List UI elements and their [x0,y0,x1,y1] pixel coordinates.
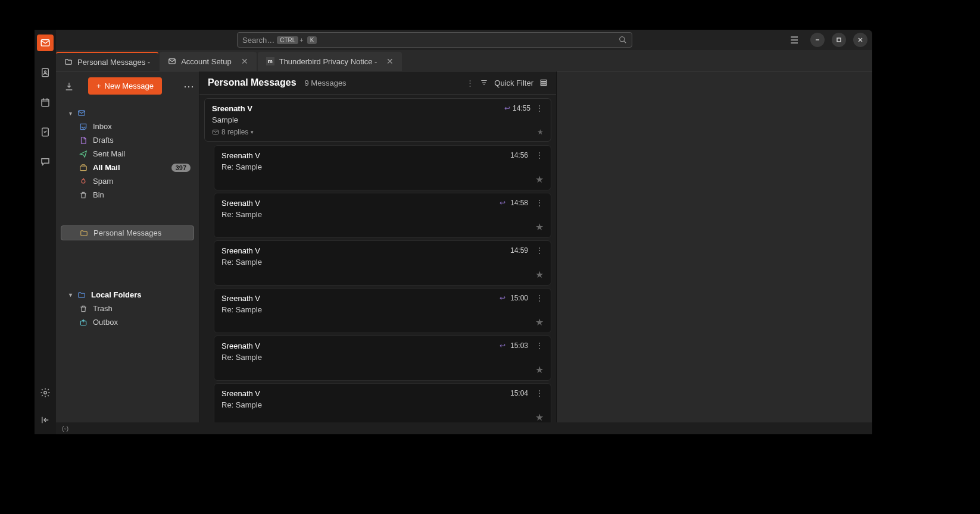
statusbar: (◦) [56,422,872,434]
chevron-down-icon: ▾ [69,292,72,298]
new-message-button[interactable]: + New Message [88,77,162,95]
tab-personal-messages[interactable]: Personal Messages - [56,52,158,71]
sidebar-item-spam[interactable]: Spam [61,174,194,188]
tree-label: Drafts [93,136,114,145]
unread-badge: 397 [171,164,191,172]
page-icon: m [266,57,274,65]
msg-more-icon[interactable]: ⋮ [535,151,544,160]
addressbook-space[interactable] [37,64,54,81]
star-icon[interactable]: ★ [535,174,544,185]
replied-icon: ↩ [504,104,510,112]
replies-count[interactable]: 8 replies [221,128,248,136]
minimize-button[interactable] [810,33,825,47]
quick-filter-icon[interactable] [480,79,488,87]
sidebar-item-bin[interactable]: Bin [61,188,194,202]
quick-filter-label[interactable]: Quick Filter [494,79,533,87]
get-messages-button[interactable] [64,82,74,91]
msg-sender: Sreenath V [221,246,260,255]
message-item[interactable]: Sreenath V↩15:00⋮Re: Sample★ [214,288,551,333]
message-item[interactable]: Sreenath V↩14:58⋮Re: Sample★ [214,193,551,238]
tab-bar: Personal Messages - Account Setup ✕ m Th… [56,50,872,71]
chat-space[interactable] [37,153,54,170]
close-button[interactable] [853,33,867,47]
sidebar-item-outbox[interactable]: Outbox [61,315,194,329]
global-search[interactable]: Search… CTRL + K [237,32,632,48]
chevron-down-icon: ▾ [251,129,254,135]
star-icon[interactable]: ★ [535,364,544,375]
star-icon[interactable]: ★ [535,316,544,328]
calendar-space[interactable] [37,94,54,111]
folder-icon [77,291,86,299]
message-item[interactable]: Sreenath V14:59⋮Re: Sample★ [214,240,551,286]
tree-label: All Mail [93,163,120,172]
msg-time: 15:03 [510,341,528,350]
message-count: 9 Messages [305,79,347,87]
close-icon[interactable]: ✕ [241,57,248,66]
sidebar-item-drafts[interactable]: Drafts [61,133,194,147]
close-icon[interactable]: ✕ [386,57,394,66]
spaces-toolbar [35,30,56,434]
filter-icon[interactable]: ⋮ [466,79,474,87]
sent-icon [79,150,88,158]
tasks-space[interactable] [37,124,54,140]
tree-label: Bin [93,190,104,199]
msglist-header: Personal Messages 9 Messages ⋮ Quick Fil… [199,71,556,95]
replied-icon: ↩ [500,199,505,207]
kbd-k: K [307,36,317,44]
folder-icon [79,229,89,237]
msg-time: 14:59 [510,246,528,255]
msg-more-icon[interactable]: ⋮ [535,246,544,255]
local-folders-row[interactable]: ▾ Local Folders [61,288,194,302]
msg-more-icon[interactable]: ⋮ [535,293,544,303]
msg-sender: Sreenath V [221,294,260,303]
thread-icon [212,128,219,136]
star-icon[interactable]: ★ [535,221,544,233]
star-icon[interactable]: ★ [537,128,544,136]
account-row[interactable]: ▾ [61,106,194,120]
svg-point-0 [620,37,625,42]
tree-label: Sent Mail [93,149,125,158]
svg-rect-8 [80,166,87,171]
display-options-icon[interactable] [539,79,548,87]
msg-more-icon[interactable]: ⋮ [535,198,544,208]
mail-space[interactable] [37,35,54,51]
maximize-button[interactable] [832,33,846,47]
chevron-down-icon: ▾ [69,110,72,117]
svg-rect-14 [541,82,546,83]
sidebar-item-sent-mail[interactable]: Sent Mail [61,147,194,161]
msg-more-icon[interactable]: ⋮ [535,341,544,350]
message-item[interactable]: Sreenath V14:56⋮Re: Sample★ [214,145,551,190]
sidebar-item-trash[interactable]: Trash [61,302,194,315]
msg-more-icon[interactable]: ⋮ [535,388,544,398]
more-button[interactable]: ⋯ [183,80,194,93]
msg-subject: Re: Sample [221,162,544,171]
tab-account-setup[interactable]: Account Setup ✕ [160,52,257,71]
message-item[interactable]: Sreenath V15:04⋮Re: Sample★ [214,383,551,422]
settings-space[interactable] [37,384,54,401]
replied-icon: ↩ [500,341,505,350]
kbd-plus: + [299,36,303,43]
msg-subject: Re: Sample [221,353,544,362]
search-placeholder: Search… [242,36,274,45]
message-thread[interactable]: Sreenath V ↩ 14:55 ⋮ Sample 8 replies ▾ … [204,98,551,142]
tree-label: Spam [93,177,113,186]
sidebar-item-personal-messages[interactable]: Personal Messages [61,225,194,240]
tab-privacy-notice[interactable]: m Thunderbird Privacy Notice - ✕ [258,52,402,71]
msg-subject: Sample [212,115,544,124]
star-icon[interactable]: ★ [535,269,544,280]
star-icon[interactable]: ★ [535,412,544,422]
sidebar-item-inbox[interactable]: Inbox [61,120,194,133]
tree-label: Inbox [93,122,112,131]
inbox-icon [79,123,88,131]
svg-point-19 [45,71,46,73]
outbox-icon [79,318,88,327]
svg-rect-20 [42,99,49,106]
collapse-icon[interactable] [37,412,54,428]
msg-sender: Sreenath V [212,104,252,113]
sidebar-item-all-mail[interactable]: All Mail397 [61,161,194,174]
svg-rect-13 [541,80,546,81]
menu-button[interactable]: ☰ [790,35,798,46]
msg-more-icon[interactable]: ⋮ [535,104,544,113]
message-item[interactable]: Sreenath V↩15:03⋮Re: Sample★ [214,336,551,381]
mail-icon [168,57,176,65]
